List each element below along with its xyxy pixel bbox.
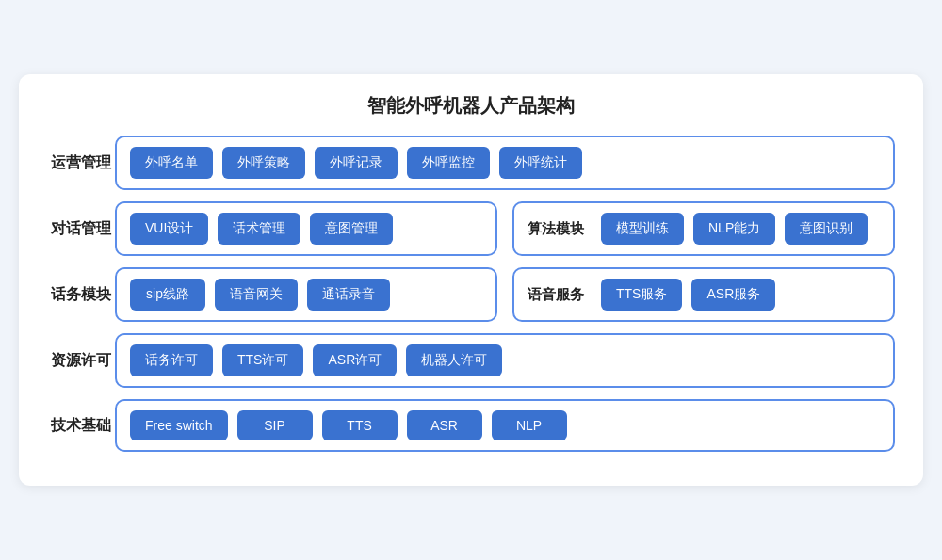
row-dialog: 对话管理VUI设计话术管理意图管理算法模块模型训练NLP能力意图识别 — [47, 201, 895, 256]
chip-SIP: SIP — [237, 410, 313, 440]
chip-TTS许可: TTS许可 — [222, 344, 303, 376]
chip-ASR服务: ASR服务 — [691, 279, 775, 311]
label-tech: 技术基础 — [47, 399, 115, 452]
chip-模型训练: 模型训练 — [601, 213, 684, 245]
chip-TTS服务: TTS服务 — [601, 279, 682, 311]
chip-ASR许可: ASR许可 — [313, 344, 397, 376]
chip-外呼名单: 外呼名单 — [130, 147, 213, 179]
chip-机器人许可: 机器人许可 — [406, 344, 502, 376]
split-right-dialog: 算法模块模型训练NLP能力意图识别 — [512, 201, 895, 256]
chip-ASR: ASR — [407, 410, 482, 440]
label-license: 资源许可 — [47, 333, 115, 388]
split-left-telephony: sip线路语音网关通话录音 — [115, 267, 497, 322]
chip-外呼策略: 外呼策略 — [222, 147, 305, 179]
chip-NLP能力: NLP能力 — [693, 213, 775, 245]
label-telephony: 话务模块 — [47, 267, 115, 322]
diagram-container: 智能外呼机器人产品架构 运营管理外呼名单外呼策略外呼记录外呼监控外呼统计对话管理… — [19, 74, 923, 486]
chip-外呼统计: 外呼统计 — [499, 147, 582, 179]
chip-语音网关: 语音网关 — [215, 279, 298, 311]
chip-意图识别: 意图识别 — [785, 213, 868, 245]
split-left-dialog: VUI设计话术管理意图管理 — [115, 201, 497, 256]
split-right-telephony: 语音服务TTS服务ASR服务 — [512, 267, 895, 322]
split-dialog: VUI设计话术管理意图管理算法模块模型训练NLP能力意图识别 — [115, 201, 895, 256]
chip-VUI设计: VUI设计 — [130, 213, 208, 245]
chip-外呼监控: 外呼监控 — [407, 147, 490, 179]
chip-话术管理: 话术管理 — [218, 213, 300, 245]
chip-通话录音: 通话录音 — [307, 279, 390, 311]
chip-sip线路: sip线路 — [130, 279, 205, 311]
chip-TTS: TTS — [322, 410, 398, 440]
box-tech: Free switchSIPTTSASRNLP — [115, 399, 895, 452]
box-license: 话务许可TTS许可ASR许可机器人许可 — [115, 333, 895, 388]
chip-Free switch: Free switch — [130, 410, 228, 440]
label-ops: 运营管理 — [47, 136, 115, 190]
row-tech: 技术基础Free switchSIPTTSASRNLP — [47, 399, 895, 452]
row-telephony: 话务模块sip线路语音网关通话录音语音服务TTS服务ASR服务 — [47, 267, 895, 322]
chip-话务许可: 话务许可 — [130, 344, 213, 376]
row-ops: 运营管理外呼名单外呼策略外呼记录外呼监控外呼统计 — [47, 136, 895, 190]
chip-意图管理: 意图管理 — [310, 213, 393, 245]
diagram-title: 智能外呼机器人产品架构 — [47, 93, 895, 119]
chip-外呼记录: 外呼记录 — [315, 147, 398, 179]
row-license: 资源许可话务许可TTS许可ASR许可机器人许可 — [47, 333, 895, 388]
label-dialog: 对话管理 — [47, 201, 115, 256]
box-ops: 外呼名单外呼策略外呼记录外呼监控外呼统计 — [115, 136, 895, 190]
chip-NLP: NLP — [492, 410, 567, 440]
split-telephony: sip线路语音网关通话录音语音服务TTS服务ASR服务 — [115, 267, 895, 322]
